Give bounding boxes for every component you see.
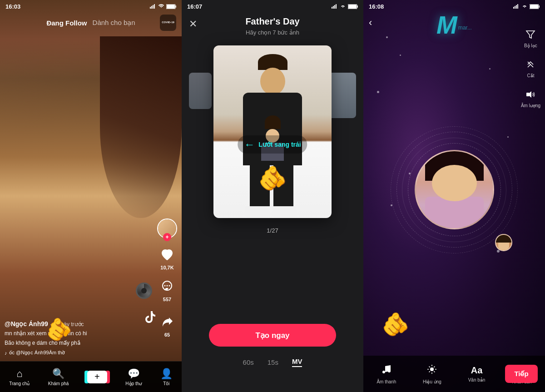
hair-element — [100, 36, 182, 218]
svg-rect-24 — [539, 5, 540, 8]
svg-point-8 — [164, 285, 166, 287]
video-info: @Ngọc Ánh99 · 1 ngày trước mn nhận xét x… — [5, 320, 154, 356]
create-now-button[interactable]: Tạo ngay — [209, 324, 336, 347]
text-tool[interactable]: Aa Văn bản — [468, 365, 486, 382]
sound-tool[interactable]: Âm thanh — [377, 364, 396, 384]
sparkle-2 — [400, 55, 401, 56]
share-action[interactable]: 65 — [158, 313, 176, 337]
svg-rect-0 — [150, 7, 151, 9]
svg-rect-6 — [175, 5, 176, 8]
svg-point-9 — [167, 285, 168, 287]
small-avatar-hair — [496, 235, 511, 243]
status-bar-2: 16:07 — [182, 0, 363, 13]
nav-profile[interactable]: 👤 Tôi — [160, 368, 173, 386]
fathers-day-title: Father's Day — [182, 16, 363, 27]
follow-label[interactable]: Đang Follow — [46, 19, 87, 27]
music-info: ♪ ốc @Ngọc Ánh99Âm thờ — [5, 350, 154, 356]
adult-body — [243, 93, 302, 165]
m-logo: M — [436, 13, 457, 38]
duration-60s[interactable]: 60s — [243, 358, 254, 366]
status-icons-1 — [150, 4, 176, 9]
hand-swipe-indicator-1: 🫵 — [44, 314, 75, 344]
time-display-3: 16:08 — [369, 3, 384, 10]
effect-icon — [426, 364, 437, 377]
wifi-icon-3 — [521, 4, 528, 9]
nav-home[interactable]: ⌂ Trang chủ — [9, 368, 30, 386]
music-note: ♪ — [5, 350, 7, 356]
time-display-1: 16:03 — [5, 3, 20, 10]
desc-line2: Bão không e dám cho mấy phả — [5, 339, 154, 347]
main-photo-card[interactable]: ← Lướt sang trái 🫵 — [213, 45, 332, 218]
next-button[interactable]: Tiếp — [505, 365, 538, 383]
volume-icon — [523, 87, 538, 102]
status-icons-3 — [513, 4, 540, 9]
share-icon — [158, 313, 176, 331]
svg-rect-19 — [515, 6, 515, 9]
music-disc-inner — [141, 288, 147, 293]
username-row: @Ngọc Ánh99 · 1 ngày trước — [5, 320, 154, 328]
create-btn-label: Tạo ngay — [255, 331, 289, 340]
duration-mv[interactable]: MV — [292, 357, 302, 367]
logo-sub: mar... — [458, 25, 472, 31]
small-avatar — [495, 234, 512, 251]
home-icon: ⌂ — [16, 368, 22, 380]
time-display-2: 16:07 — [187, 3, 202, 10]
add-plus-icon: + — [87, 371, 107, 383]
volume-tool[interactable]: Âm lượng — [521, 87, 540, 108]
page-counter: 1/27 — [182, 227, 363, 234]
effect-label: Hiệu ứng — [423, 379, 441, 384]
sparkle-7 — [489, 68, 490, 69]
panel-video-editor: 16:08 ‹ M mar... Bộ lọc Cắt — [363, 0, 545, 392]
svg-point-27 — [388, 370, 391, 372]
nav-explore-label: Khám phá — [48, 381, 69, 386]
cut-icon — [523, 57, 538, 72]
wifi-icon-2 — [340, 4, 346, 9]
left-shoe — [245, 206, 269, 217]
filter-icon — [523, 27, 538, 42]
swipe-overlay: ← Lướt sang trái — [238, 135, 307, 154]
share-count: 65 — [164, 332, 170, 337]
effect-tool[interactable]: Hiệu ứng — [423, 364, 441, 384]
circular-photo — [415, 150, 494, 229]
subtitle-label[interactable]: Dành cho bạn — [93, 19, 135, 27]
top-bar-1: Đang Follow Dành cho bạn COVID-19 — [0, 13, 182, 33]
next-btn-label: Tiếp — [514, 370, 528, 378]
duration-15s[interactable]: 15s — [268, 358, 278, 366]
cut-tool[interactable]: Cắt — [523, 57, 538, 78]
signal-icon-3 — [513, 4, 520, 9]
signal-icon — [150, 4, 156, 9]
desc-line1: mn nhận xét xem mặt e nhìn có hi — [5, 330, 154, 337]
sparkle-1 — [386, 36, 388, 38]
comment-count: 557 — [163, 297, 171, 302]
svg-point-28 — [430, 367, 434, 371]
cut-label: Cắt — [527, 73, 534, 78]
nav-explore[interactable]: 🔍 Khám phá — [48, 368, 69, 386]
filter-tool[interactable]: Bộ lọc — [523, 27, 538, 48]
nav-inbox[interactable]: 💬 Hộp thư — [125, 368, 142, 386]
covid-badge: COVID-19 — [160, 15, 176, 31]
sound-label: Âm thanh — [377, 379, 396, 384]
comment-action[interactable]: 557 — [158, 278, 176, 302]
inbox-icon: 💬 — [128, 368, 140, 380]
sneakers — [245, 206, 300, 217]
username[interactable]: @Ngọc Ánh99 — [5, 320, 48, 327]
center-circle-display — [391, 126, 518, 253]
svg-rect-16 — [348, 5, 357, 9]
like-icon — [158, 246, 176, 264]
status-icons-2 — [332, 4, 358, 9]
tiktok-icon — [144, 310, 156, 323]
circle-face — [432, 165, 477, 201]
panel-tiktok-feed: 16:03 Đang Follow Dành cho bạn COVID-19 … — [0, 0, 182, 392]
creator-avatar-item[interactable]: + — [157, 218, 177, 238]
nav-add[interactable]: + — [87, 371, 107, 383]
hand-pointer-2: 🫵 — [258, 164, 287, 192]
svg-rect-17 — [357, 5, 358, 8]
sparkle-3 — [377, 91, 379, 93]
svg-rect-13 — [334, 5, 335, 9]
like-action[interactable]: 10,7K — [158, 246, 176, 270]
small-avatar-face — [498, 243, 509, 250]
back-button[interactable]: ‹ — [369, 17, 372, 29]
add-button[interactable]: + — [87, 371, 107, 383]
editor-tools: Bộ lọc Cắt Âm lượng — [521, 27, 540, 108]
follow-plus-badge[interactable]: + — [163, 233, 171, 241]
